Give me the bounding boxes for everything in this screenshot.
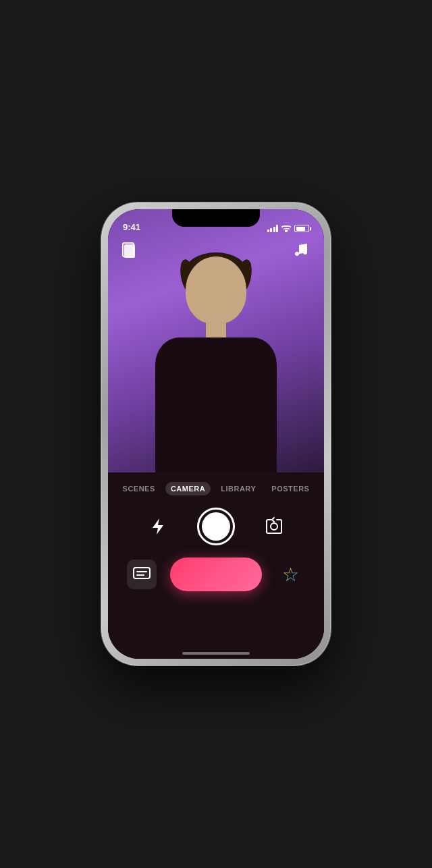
star-icon: ☆	[282, 564, 299, 586]
svg-rect-5	[134, 568, 150, 578]
svg-point-4	[271, 523, 277, 530]
person-subject	[142, 243, 290, 472]
tab-camera[interactable]: CAMERA	[165, 482, 211, 495]
tab-library[interactable]: LIBRARY	[215, 482, 261, 495]
wifi-icon	[281, 225, 291, 232]
flash-button[interactable]	[146, 514, 170, 539]
tab-bar: SCENES CAMERA LIBRARY POSTERS	[108, 472, 324, 501]
person-face	[186, 256, 246, 324]
tab-posters[interactable]: POSTERS	[266, 482, 315, 495]
controls-area: SCENES CAMERA LIBRARY POSTERS	[108, 472, 324, 659]
status-time: 9:41	[123, 222, 140, 234]
music-button[interactable]	[290, 239, 312, 261]
capture-button-inner	[202, 512, 230, 541]
record-button[interactable]	[170, 558, 262, 591]
person-neck	[206, 317, 226, 337]
notch	[172, 209, 260, 227]
battery-icon	[294, 225, 309, 232]
camera-controls-row	[108, 501, 324, 552]
top-toolbar	[108, 239, 324, 261]
message-button[interactable]	[127, 560, 157, 589]
sticker-button[interactable]	[120, 239, 142, 261]
phone-frame: 9:41	[101, 202, 331, 666]
person-body	[155, 337, 277, 472]
tab-scenes[interactable]: SCENES	[117, 482, 161, 495]
capture-button[interactable]	[197, 508, 235, 545]
svg-point-3	[303, 250, 307, 254]
svg-point-2	[295, 252, 299, 256]
signal-icon	[267, 225, 279, 232]
phone-screen: 9:41	[108, 209, 324, 659]
status-icons	[267, 225, 310, 234]
home-indicator	[182, 652, 250, 655]
flip-camera-button[interactable]	[262, 514, 286, 539]
action-row: ☆	[108, 552, 324, 597]
favorites-button[interactable]: ☆	[275, 560, 305, 589]
